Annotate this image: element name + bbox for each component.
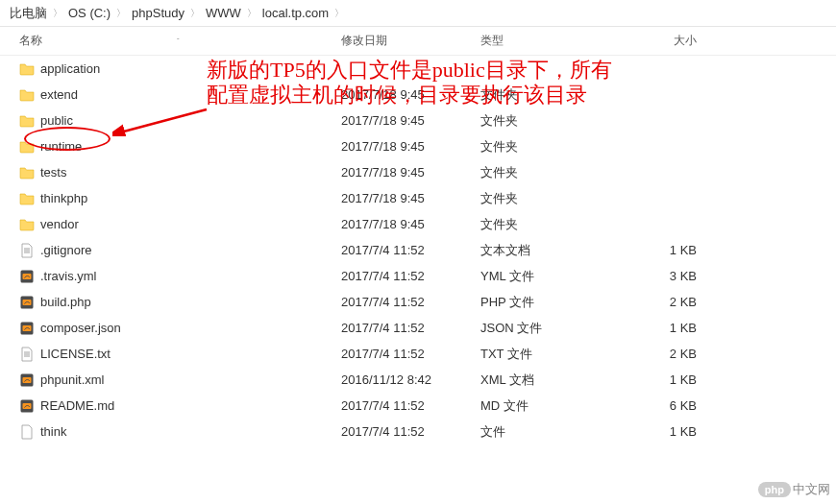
folder-icon: [19, 113, 40, 129]
file-date: 2017/7/4 11:52: [341, 243, 480, 257]
file-name: .gitignore: [40, 243, 341, 257]
file-name: phpunit.xml: [40, 372, 341, 387]
file-size: 2 KB: [629, 347, 725, 361]
file-date: 2017/7/4 11:52: [341, 269, 480, 283]
breadcrumb-item[interactable]: OS (C:): [64, 4, 114, 22]
watermark-badge: php: [758, 482, 791, 497]
folder-icon: [19, 217, 40, 232]
header-size[interactable]: 大小: [629, 33, 725, 49]
file-size: 1 KB: [629, 243, 725, 257]
sort-arrow-icon: ˇ: [177, 36, 180, 45]
file-row[interactable]: thinkphp2017/7/18 9:45文件夹: [0, 185, 836, 211]
file-date: 2017/7/18 9:45: [341, 87, 480, 102]
file-name: runtime: [40, 139, 341, 154]
watermark-text: 中文网: [793, 481, 830, 498]
file-name: LICENSE.txt: [40, 347, 341, 361]
breadcrumb-item[interactable]: 比电脑: [6, 3, 51, 24]
watermark: php 中文网: [758, 481, 830, 498]
file-size: 1 KB: [629, 372, 725, 387]
file-row[interactable]: vendor2017/7/18 9:45文件夹: [0, 211, 836, 237]
file-date: 2017/7/4 11:52: [341, 347, 480, 361]
file-date: 2017/7/4 11:52: [341, 398, 480, 413]
file-list: application extend2017/7/18 9:45文件夹 publ…: [0, 56, 836, 444]
file-name: think: [40, 424, 341, 439]
file-date: 2016/11/12 8:42: [341, 372, 480, 387]
file-type: 文件夹: [480, 190, 629, 207]
file-row[interactable]: public2017/7/18 9:45文件夹: [0, 108, 836, 133]
file-row[interactable]: application: [0, 56, 836, 82]
file-type: JSON 文件: [480, 320, 629, 337]
file-size: 3 KB: [629, 269, 725, 283]
header-name-label: 名称: [19, 33, 42, 49]
chevron-right-icon: 〉: [334, 7, 344, 20]
file-row[interactable]: phpunit.xml2016/11/12 8:42XML 文档1 KB: [0, 367, 836, 393]
file-row[interactable]: extend2017/7/18 9:45文件夹: [0, 82, 836, 108]
file-type: 文件夹: [480, 112, 629, 130]
file-date: 2017/7/4 11:52: [341, 424, 480, 439]
file-name: extend: [40, 87, 341, 102]
file-row[interactable]: README.md2017/7/4 11:52MD 文件6 KB: [0, 393, 836, 419]
file-date: 2017/7/18 9:45: [341, 139, 480, 154]
file-date: 2017/7/18 9:45: [341, 113, 480, 128]
folder-icon: [19, 191, 40, 206]
file-type: XML 文档: [480, 372, 629, 389]
file-name: vendor: [40, 217, 341, 231]
text-icon: [19, 347, 40, 362]
file-type: 文件夹: [480, 86, 629, 104]
text-icon: [19, 243, 40, 258]
file-date: 2017/7/18 9:45: [341, 165, 480, 180]
sub-icon: [19, 321, 40, 336]
file-date: 2017/7/4 11:52: [341, 295, 480, 309]
chevron-right-icon: 〉: [190, 7, 200, 20]
chevron-right-icon: 〉: [53, 7, 62, 20]
breadcrumb-item[interactable]: local.tp.com: [258, 4, 332, 22]
header-date[interactable]: 修改日期: [341, 33, 480, 49]
file-name: composer.json: [40, 321, 341, 335]
file-type: 文件夹: [480, 164, 629, 181]
chevron-right-icon: 〉: [116, 7, 126, 20]
file-size: 6 KB: [629, 398, 725, 413]
blank-icon: [19, 424, 40, 440]
file-row[interactable]: composer.json2017/7/4 11:52JSON 文件1 KB: [0, 315, 836, 341]
folder-icon: [19, 165, 40, 180]
file-row[interactable]: runtime2017/7/18 9:45文件夹: [0, 133, 836, 159]
column-headers: 名称 ˇ 修改日期 类型 大小: [0, 27, 836, 56]
file-date: 2017/7/4 11:52: [341, 321, 480, 335]
file-row[interactable]: LICENSE.txt2017/7/4 11:52TXT 文件2 KB: [0, 341, 836, 367]
file-name: application: [40, 61, 341, 76]
breadcrumb-item[interactable]: phpStudy: [128, 4, 188, 22]
header-name[interactable]: 名称 ˇ: [19, 33, 341, 49]
file-row[interactable]: .travis.yml2017/7/4 11:52YML 文件3 KB: [0, 263, 836, 289]
file-type: MD 文件: [480, 397, 629, 415]
sub-icon: [19, 398, 40, 414]
folder-icon: [19, 87, 40, 103]
file-row[interactable]: .gitignore2017/7/4 11:52文本文档1 KB: [0, 237, 836, 263]
breadcrumb-item[interactable]: WWW: [202, 4, 245, 22]
header-type[interactable]: 类型: [480, 33, 629, 49]
file-type: 文件: [480, 423, 629, 441]
file-type: TXT 文件: [480, 346, 629, 363]
sub-icon: [19, 269, 40, 284]
file-name: build.php: [40, 295, 341, 309]
file-name: README.md: [40, 398, 341, 413]
sub-icon: [19, 295, 40, 310]
file-size: 1 KB: [629, 321, 725, 335]
file-type: 文件夹: [480, 216, 629, 233]
breadcrumb-bar: 比电脑 〉 OS (C:) 〉 phpStudy 〉 WWW 〉 local.t…: [0, 0, 836, 27]
file-row[interactable]: build.php2017/7/4 11:52PHP 文件2 KB: [0, 289, 836, 315]
file-date: 2017/7/18 9:45: [341, 191, 480, 205]
sub-icon: [19, 372, 40, 388]
file-row[interactable]: tests2017/7/18 9:45文件夹: [0, 159, 836, 185]
file-size: 2 KB: [629, 295, 725, 309]
file-date: 2017/7/18 9:45: [341, 217, 480, 231]
file-type: PHP 文件: [480, 294, 629, 311]
folder-icon: [19, 139, 40, 155]
chevron-right-icon: 〉: [247, 7, 257, 20]
file-name: public: [40, 113, 341, 128]
file-type: 文本文档: [480, 242, 629, 259]
file-size: 1 KB: [629, 424, 725, 439]
file-type: YML 文件: [480, 268, 629, 285]
file-row[interactable]: think2017/7/4 11:52文件1 KB: [0, 419, 836, 444]
file-name: .travis.yml: [40, 269, 341, 283]
file-name: tests: [40, 165, 341, 180]
